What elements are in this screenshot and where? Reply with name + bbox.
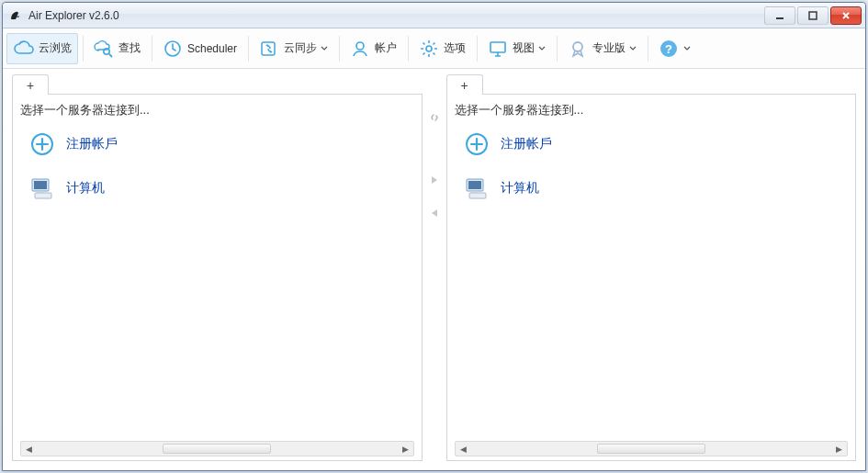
toolbar-options-button[interactable]: 选项 bbox=[411, 33, 472, 64]
toolbar-separator bbox=[152, 36, 152, 62]
badge-icon bbox=[567, 38, 589, 60]
tab-strip: + bbox=[12, 74, 423, 95]
plus-circle-icon bbox=[28, 130, 57, 159]
content-area: + 选择一个服务器连接到... 注册帐戶计算机 ◀ ▶ bbox=[3, 69, 865, 470]
transfer-left-icon[interactable] bbox=[426, 205, 443, 221]
scroll-right-button[interactable]: ▶ bbox=[398, 442, 413, 456]
toolbar-scheduler-button[interactable]: Scheduler bbox=[155, 33, 243, 64]
monitor-icon bbox=[487, 38, 509, 60]
tab-strip: + bbox=[446, 74, 857, 95]
toolbar-separator bbox=[477, 36, 478, 62]
entry-label: 注册帐戶 bbox=[66, 136, 118, 152]
svg-rect-19 bbox=[468, 181, 481, 189]
svg-rect-16 bbox=[37, 191, 44, 193]
toolbar-label: Scheduler bbox=[187, 42, 237, 55]
toolbar-help-button[interactable]: ? bbox=[651, 33, 697, 64]
transfer-controls bbox=[423, 74, 446, 461]
svg-rect-21 bbox=[471, 191, 479, 193]
pane-body: 选择一个服务器连接到... 注册帐戶计算机 ◀ ▶ bbox=[12, 94, 423, 461]
toolbar-label: 选项 bbox=[444, 40, 466, 56]
user-icon bbox=[349, 38, 371, 60]
left-pane: + 选择一个服务器连接到... 注册帐戶计算机 ◀ ▶ bbox=[12, 74, 423, 461]
computer-icon bbox=[462, 174, 491, 203]
entry-label: 注册帐戶 bbox=[501, 136, 552, 152]
toolbar: 云浏览查找Scheduler云同步帐户选项视图专业版? bbox=[3, 28, 865, 69]
toolbar-separator bbox=[557, 36, 558, 62]
toolbar-separator bbox=[83, 36, 84, 62]
pane-body: 选择一个服务器连接到... 注册帐戶计算机 ◀ ▶ bbox=[446, 94, 857, 461]
svg-point-9 bbox=[573, 42, 582, 51]
toolbar-label: 云同步 bbox=[284, 40, 317, 56]
toolbar-browse-button[interactable]: 云浏览 bbox=[6, 33, 78, 64]
clock-icon bbox=[162, 38, 184, 60]
scroll-track[interactable] bbox=[37, 442, 398, 456]
titlebar[interactable]: Air Explorer v2.6.0 bbox=[3, 3, 865, 28]
right-pane: + 选择一个服务器连接到... 注册帐戶计算机 ◀ ▶ bbox=[446, 74, 857, 461]
transfer-right-icon[interactable] bbox=[426, 172, 443, 188]
scroll-left-button[interactable]: ◀ bbox=[456, 442, 471, 456]
toolbar-sync-button[interactable]: 云同步 bbox=[252, 33, 334, 64]
svg-text:?: ? bbox=[665, 42, 672, 56]
app-icon bbox=[8, 8, 23, 23]
close-button[interactable] bbox=[830, 6, 862, 25]
maximize-button[interactable] bbox=[797, 6, 829, 25]
entry-list: 注册帐戶计算机 bbox=[20, 124, 414, 437]
chevron-down-icon bbox=[683, 45, 691, 52]
connection-entry[interactable]: 计算机 bbox=[20, 168, 414, 212]
chevron-down-icon bbox=[538, 45, 546, 52]
connection-prompt: 选择一个服务器连接到... bbox=[20, 100, 414, 124]
entry-label: 计算机 bbox=[66, 180, 105, 197]
help-icon: ? bbox=[658, 38, 680, 60]
computer-icon bbox=[28, 174, 57, 203]
scroll-track[interactable] bbox=[471, 442, 832, 456]
toolbar-separator bbox=[339, 36, 340, 62]
svg-rect-0 bbox=[776, 17, 783, 19]
cloud-outline-icon bbox=[13, 38, 35, 60]
connection-entry[interactable]: 计算机 bbox=[455, 168, 849, 212]
toolbar-separator bbox=[648, 36, 648, 62]
cloud-search-icon bbox=[93, 38, 115, 60]
toolbar-search-button[interactable]: 查找 bbox=[86, 33, 147, 64]
chevron-down-icon bbox=[321, 45, 328, 52]
svg-point-6 bbox=[356, 42, 364, 50]
toolbar-label: 云浏览 bbox=[39, 40, 72, 56]
window-title: Air Explorer v2.6.0 bbox=[28, 9, 764, 22]
svg-point-7 bbox=[426, 46, 432, 51]
horizontal-scrollbar[interactable]: ◀ ▶ bbox=[455, 441, 849, 456]
chevron-down-icon bbox=[629, 45, 637, 52]
entry-list: 注册帐戶计算机 bbox=[455, 124, 849, 437]
new-tab-button[interactable]: + bbox=[12, 74, 49, 95]
new-tab-button[interactable]: + bbox=[446, 74, 483, 95]
entry-label: 计算机 bbox=[501, 180, 539, 197]
scroll-right-button[interactable]: ▶ bbox=[831, 442, 847, 456]
app-window: Air Explorer v2.6.0 云浏览查找Scheduler云同步帐户选… bbox=[2, 2, 866, 471]
toolbar-label: 查找 bbox=[118, 40, 141, 56]
toolbar-accounts-button[interactable]: 帐户 bbox=[343, 33, 403, 64]
toolbar-label: 视图 bbox=[513, 40, 535, 56]
link-icon[interactable] bbox=[426, 109, 443, 126]
scroll-thumb[interactable] bbox=[597, 444, 705, 454]
connection-entry[interactable]: 注册帐戶 bbox=[20, 124, 414, 168]
toolbar-label: 专业版 bbox=[592, 40, 626, 56]
sync-icon bbox=[258, 38, 280, 60]
svg-rect-1 bbox=[809, 12, 817, 19]
toolbar-view-button[interactable]: 视图 bbox=[480, 33, 552, 64]
horizontal-scrollbar[interactable]: ◀ ▶ bbox=[20, 441, 414, 456]
toolbar-label: 帐户 bbox=[375, 40, 397, 56]
scroll-left-button[interactable]: ◀ bbox=[21, 442, 37, 456]
window-controls bbox=[764, 6, 862, 25]
svg-line-3 bbox=[109, 54, 112, 57]
minimize-button[interactable] bbox=[764, 6, 795, 25]
svg-rect-15 bbox=[35, 193, 51, 198]
toolbar-pro-button[interactable]: 专业版 bbox=[560, 33, 643, 64]
svg-rect-8 bbox=[490, 42, 505, 52]
scroll-thumb[interactable] bbox=[163, 444, 271, 454]
gear-icon bbox=[418, 38, 440, 60]
toolbar-separator bbox=[408, 36, 409, 62]
connection-prompt: 选择一个服务器连接到... bbox=[455, 100, 849, 124]
connection-entry[interactable]: 注册帐戶 bbox=[455, 124, 849, 168]
toolbar-separator bbox=[248, 36, 249, 62]
svg-rect-14 bbox=[34, 181, 47, 189]
plus-circle-icon bbox=[462, 130, 491, 159]
svg-rect-20 bbox=[469, 193, 486, 198]
